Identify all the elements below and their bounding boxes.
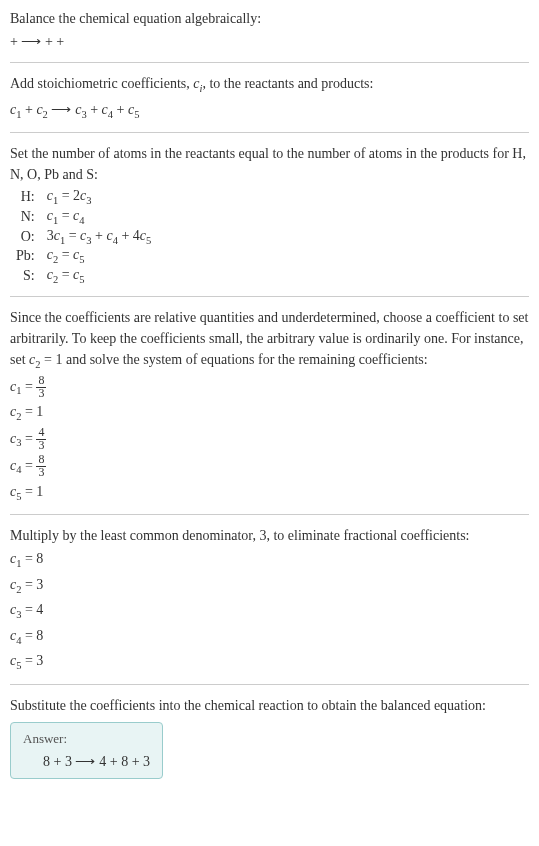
- plus: + 3: [132, 754, 150, 769]
- coef-line: c1 = 83: [10, 375, 529, 400]
- atom-label: N:: [12, 207, 43, 227]
- denominator: 3: [36, 467, 46, 479]
- plus: + 4: [118, 228, 140, 243]
- choose-text: Since the coefficients are relative quan…: [10, 307, 529, 373]
- c5-sub: 5: [134, 108, 139, 119]
- atom-eq: c1 = c4: [43, 207, 156, 227]
- answer-box: Answer: 8 + 3 ⟶ 4 + 8 + 3: [10, 722, 163, 779]
- arrow-icon: ⟶: [75, 753, 99, 769]
- coef-line: c2 = 3: [10, 574, 529, 598]
- atoms-text: Set the number of atoms in the reactants…: [10, 143, 529, 185]
- sub: 3: [86, 195, 91, 206]
- coef-line: c1 = 8: [10, 548, 529, 572]
- plus: +: [92, 228, 107, 243]
- stoich-equation: c1 + c2 ⟶ c3 + c4 + c5: [10, 99, 529, 123]
- fraction: 83: [36, 375, 46, 400]
- coef-line: c3 = 4: [10, 599, 529, 623]
- arrow-icon: ⟶: [51, 101, 75, 117]
- divider: [10, 62, 529, 63]
- plus: + 3: [54, 754, 72, 769]
- coef-line: c5 = 1: [10, 481, 529, 505]
- table-row: H: c1 = 2c3: [12, 187, 155, 207]
- atoms-table: H: c1 = 2c3 N: c1 = c4 O: 3c1 = c3 + c4 …: [12, 187, 155, 286]
- plus: +: [117, 102, 128, 117]
- eq: =: [58, 247, 73, 262]
- intro-rhs: + +: [45, 34, 64, 49]
- plus: + 8: [110, 754, 128, 769]
- eq: =: [58, 267, 73, 282]
- plus: +: [25, 102, 36, 117]
- eq: =: [58, 208, 73, 223]
- val: = 4: [21, 602, 43, 617]
- divider: [10, 684, 529, 685]
- fraction: 43: [36, 427, 46, 452]
- eq: = 1: [21, 484, 43, 499]
- substitute-section: Substitute the coefficients into the che…: [10, 695, 529, 779]
- table-row: S: c2 = c5: [12, 266, 155, 286]
- val: = 3: [21, 577, 43, 592]
- atom-label: H:: [12, 187, 43, 207]
- intro-line1: Balance the chemical equation algebraica…: [10, 8, 529, 29]
- atom-label: Pb:: [12, 246, 43, 266]
- sub: 5: [79, 274, 84, 285]
- intro-lhs: +: [10, 34, 21, 49]
- stoich-text1: Add stoichiometric coefficients,: [10, 76, 193, 91]
- atom-eq: c1 = 2c3: [43, 187, 156, 207]
- eq: =: [65, 228, 80, 243]
- substitute-text: Substitute the coefficients into the che…: [10, 695, 529, 716]
- arrow-icon: ⟶: [21, 33, 41, 49]
- atom-label: S:: [12, 266, 43, 286]
- table-row: Pb: c2 = c5: [12, 246, 155, 266]
- denominator: 3: [36, 440, 46, 452]
- c1-sub: 1: [16, 108, 21, 119]
- eq: = 2: [58, 188, 80, 203]
- choose-section: Since the coefficients are relative quan…: [10, 307, 529, 504]
- divider: [10, 514, 529, 515]
- plus: +: [90, 102, 101, 117]
- eq: =: [21, 378, 36, 393]
- atom-label: O:: [12, 227, 43, 247]
- multiply-section: Multiply by the least common denominator…: [10, 525, 529, 674]
- answer-label: Answer:: [23, 731, 150, 747]
- coef-line: c4 = 8: [10, 625, 529, 649]
- coef-line: c4 = 83: [10, 454, 529, 479]
- multiply-text: Multiply by the least common denominator…: [10, 525, 529, 546]
- coef-line: c3 = 43: [10, 427, 529, 452]
- sub: 5: [79, 254, 84, 265]
- answer-equation: 8 + 3 ⟶ 4 + 8 + 3: [23, 753, 150, 770]
- coef: 4: [99, 754, 106, 769]
- divider: [10, 296, 529, 297]
- stoich-section: Add stoichiometric coefficients, ci, to …: [10, 73, 529, 122]
- atoms-section: Set the number of atoms in the reactants…: [10, 143, 529, 286]
- val: = 3: [21, 653, 43, 668]
- fraction: 83: [36, 454, 46, 479]
- eq: = 1: [21, 404, 43, 419]
- choose-text2: = 1 and solve the system of equations fo…: [41, 352, 428, 367]
- coef: 8: [43, 754, 50, 769]
- coef-line: c2 = 1: [10, 401, 529, 425]
- table-row: N: c1 = c4: [12, 207, 155, 227]
- stoich-text2: , to the reactants and products:: [202, 76, 373, 91]
- c4-sub: 4: [108, 108, 113, 119]
- atom-eq: 3c1 = c3 + c4 + 4c5: [43, 227, 156, 247]
- c3-sub: 3: [81, 108, 86, 119]
- atom-eq: c2 = c5: [43, 266, 156, 286]
- coef-line: c5 = 3: [10, 650, 529, 674]
- sub: 4: [79, 215, 84, 226]
- val: = 8: [21, 551, 43, 566]
- pre: 3: [47, 228, 54, 243]
- c2-sub: 2: [43, 108, 48, 119]
- intro-equation: + ⟶ + +: [10, 31, 529, 52]
- intro-section: Balance the chemical equation algebraica…: [10, 8, 529, 52]
- denominator: 3: [36, 388, 46, 400]
- val: = 8: [21, 628, 43, 643]
- sub: 5: [146, 234, 151, 245]
- table-row: O: 3c1 = c3 + c4 + 4c5: [12, 227, 155, 247]
- eq: =: [21, 431, 36, 446]
- stoich-text: Add stoichiometric coefficients, ci, to …: [10, 73, 529, 97]
- eq: =: [21, 457, 36, 472]
- divider: [10, 132, 529, 133]
- atom-eq: c2 = c5: [43, 246, 156, 266]
